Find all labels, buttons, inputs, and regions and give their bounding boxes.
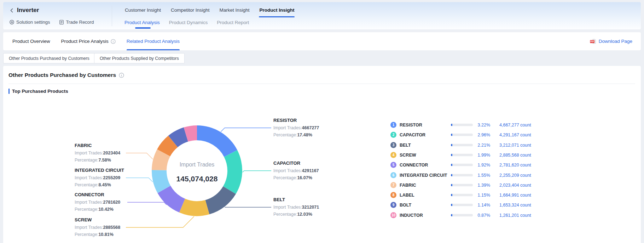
product-name: LABEL bbox=[400, 190, 414, 200]
tab-market-insight[interactable]: Market Insight bbox=[219, 3, 250, 17]
share-progress-fill bbox=[451, 204, 452, 206]
header-actions: Solution settings Trade Record bbox=[9, 19, 94, 25]
analysis-tab-product-price-analysis[interactable]: Product Price Analysis bbox=[61, 32, 116, 50]
active-tab-indicator bbox=[259, 16, 295, 17]
rank-row-belt[interactable]: 3BELT2.21%3,212,071 count bbox=[388, 140, 554, 150]
callout-percentage: Percentage:8.45% bbox=[75, 181, 156, 188]
rank-row-fabric[interactable]: 7FABRIC1.39%2,023,404 count bbox=[388, 180, 554, 190]
tab-label: Product Insight bbox=[259, 7, 294, 13]
pdf-icon: PDF bbox=[590, 39, 596, 44]
trade-record-button[interactable]: Trade Record bbox=[59, 19, 94, 25]
analysis-toolbar: Product OverviewProduct Price AnalysisRe… bbox=[3, 32, 641, 50]
callout-percentage: Percentage:17.48% bbox=[273, 131, 355, 139]
subtab-product-dynamics[interactable]: Product Dynamics bbox=[169, 20, 208, 25]
callout-trades-value: 4291167 bbox=[302, 168, 319, 173]
callout-pct-prefix: Percentage: bbox=[273, 212, 297, 217]
rank-badge: 8 bbox=[390, 192, 396, 198]
analysis-tab-label: Related Product Analysis bbox=[127, 39, 180, 44]
header-divider bbox=[112, 6, 112, 26]
info-icon[interactable] bbox=[111, 39, 116, 44]
share-percentage: 1.92% bbox=[470, 160, 490, 170]
callout-pct-prefix: Percentage: bbox=[75, 182, 98, 187]
product-name: BELT bbox=[400, 140, 411, 150]
rank-badge: 7 bbox=[390, 182, 396, 188]
analysis-tab-related-product-analysis[interactable]: Related Product Analysis bbox=[127, 32, 180, 50]
callout-product-name: BELT bbox=[273, 197, 355, 203]
share-percentage: 0.87% bbox=[470, 210, 490, 220]
rank-row-capacitor[interactable]: 2CAPACITOR2.96%4,291,167 count bbox=[388, 130, 554, 140]
tab-customer-insight[interactable]: Customer Insight bbox=[124, 3, 161, 17]
top-products-list: 1RESISTOR3.22%4,667,277 count2CAPACITOR2… bbox=[388, 120, 554, 226]
analysis-tab-label: Product Overview bbox=[12, 39, 50, 44]
rank-row-bolt[interactable]: 9BOLT1.14%1,653,324 count bbox=[388, 200, 554, 210]
callout-pct-value: 10.42% bbox=[98, 207, 113, 212]
callout-trades-prefix: Import Trades: bbox=[273, 205, 302, 210]
tab-label: Competitor Insight bbox=[171, 7, 210, 13]
app-root: Inverter Solution settings Trade Record bbox=[0, 0, 644, 243]
tab-product-insight[interactable]: Product Insight bbox=[259, 3, 295, 17]
share-progress-fill bbox=[451, 154, 452, 156]
filter-other-products-purchased[interactable]: Other Products Purchased by Customers bbox=[3, 53, 95, 63]
product-name: CONNECTOR bbox=[400, 160, 428, 170]
filter-label: Other Products Supplied by Competitors bbox=[100, 56, 179, 61]
download-page-button[interactable]: PDF Download Page bbox=[590, 32, 632, 50]
tab-competitor-insight[interactable]: Competitor Insight bbox=[170, 3, 210, 17]
donut-callout-fabric: FABRICImport Trades:2023404Percentage:7.… bbox=[75, 142, 156, 164]
callout-pct-prefix: Percentage: bbox=[273, 175, 297, 180]
callout-pct-prefix: Percentage: bbox=[75, 232, 98, 237]
callout-pct-value: 7.58% bbox=[98, 158, 111, 163]
donut-callout-connector: CONNECTORImport Trades:2781620Percentage… bbox=[75, 192, 156, 213]
page-title: Inverter bbox=[17, 7, 39, 14]
filter-other-products-supplied[interactable]: Other Products Supplied by Competitors bbox=[94, 53, 185, 63]
info-icon[interactable] bbox=[119, 73, 124, 78]
callout-trades-prefix: Import Trades: bbox=[75, 151, 103, 156]
callout-import-trades: Import Trades:2885568 bbox=[75, 224, 156, 231]
tab-label: Market Insight bbox=[220, 7, 250, 13]
rank-row-inductor[interactable]: 10INDUCTOR0.87%1,261,201 count bbox=[388, 210, 554, 220]
svg-text:PDF: PDF bbox=[590, 40, 594, 43]
back-button[interactable] bbox=[9, 8, 14, 13]
rank-row-integrated-circuit[interactable]: 6INTEGRATED CIRCUIT1.55%2,255,209 count bbox=[388, 170, 554, 180]
filter-label: Other Products Purchased by Customers bbox=[9, 56, 89, 61]
trade-count: 2,781,620 count bbox=[499, 160, 531, 170]
donut-center-value: 145,074,028 bbox=[155, 175, 239, 183]
solution-settings-button[interactable]: Solution settings bbox=[9, 19, 50, 25]
callout-pct-prefix: Percentage: bbox=[273, 132, 297, 137]
rank-badge: 9 bbox=[390, 202, 396, 208]
share-percentage: 1.39% bbox=[470, 180, 490, 190]
callout-import-trades: Import Trades:3212071 bbox=[273, 204, 355, 211]
subsection-accent-bar bbox=[8, 89, 10, 94]
callout-import-trades: Import Trades:4291167 bbox=[273, 167, 355, 174]
share-progress-fill bbox=[451, 164, 452, 166]
share-progress-fill bbox=[451, 174, 452, 176]
share-percentage: 1.15% bbox=[470, 190, 490, 200]
trade-count: 1,261,201 count bbox=[499, 210, 531, 220]
rank-row-screw[interactable]: 4SCREW1.99%2,885,568 count bbox=[388, 150, 554, 160]
callout-percentage: Percentage:10.81% bbox=[75, 231, 156, 238]
callout-pct-value: 10.81% bbox=[98, 232, 113, 237]
callout-trades-value: 4667277 bbox=[302, 125, 319, 130]
callout-trades-value: 2023404 bbox=[103, 151, 121, 156]
callout-pct-value: 8.45% bbox=[98, 182, 111, 187]
subtab-product-analysis[interactable]: Product Analysis bbox=[124, 20, 160, 25]
callout-pct-prefix: Percentage: bbox=[75, 158, 98, 163]
trade-count: 1,653,324 count bbox=[499, 200, 531, 210]
share-progress-fill bbox=[451, 214, 452, 216]
product-name: CAPACITOR bbox=[400, 130, 425, 140]
share-progress-fill bbox=[451, 144, 452, 146]
analysis-tab-product-overview[interactable]: Product Overview bbox=[12, 32, 50, 50]
callout-percentage: Percentage:12.03% bbox=[273, 211, 355, 218]
subtab-product-report[interactable]: Product Report bbox=[217, 20, 249, 25]
callout-product-name: CAPACITOR bbox=[273, 160, 355, 166]
active-analysis-tab-indicator bbox=[127, 49, 180, 50]
callout-trades-value: 2255209 bbox=[103, 175, 121, 180]
trade-record-label: Trade Record bbox=[66, 19, 94, 25]
record-icon bbox=[59, 19, 64, 25]
rank-row-resistor[interactable]: 1RESISTOR3.22%4,667,277 count bbox=[388, 120, 554, 130]
rank-row-connector[interactable]: 5CONNECTOR1.92%2,781,620 count bbox=[388, 160, 554, 170]
product-name: FABRIC bbox=[400, 180, 416, 190]
callout-percentage: Percentage:7.58% bbox=[75, 157, 156, 164]
rank-row-label[interactable]: 8LABEL1.15%1,664,991 count bbox=[388, 190, 554, 200]
trade-count: 2,255,209 count bbox=[499, 170, 531, 180]
share-progress-fill bbox=[451, 194, 452, 196]
